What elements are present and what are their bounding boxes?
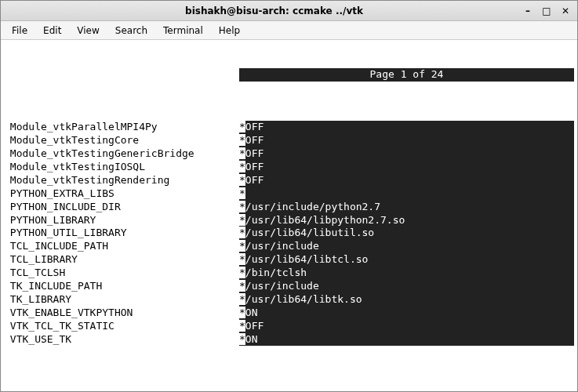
option-value-text: /usr/lib64/libtcl.so bbox=[245, 253, 369, 265]
advanced-marker-icon: * bbox=[239, 307, 245, 318]
option-value[interactable]: */usr/lib64/libpython2.7.so bbox=[239, 214, 574, 227]
advanced-marker-icon: * bbox=[239, 253, 245, 265]
option-value[interactable]: */usr/include/python2.7 bbox=[239, 201, 574, 214]
option-value[interactable]: *OFF bbox=[239, 320, 574, 333]
menu-file[interactable]: File bbox=[5, 24, 34, 38]
menu-terminal[interactable]: Terminal bbox=[157, 24, 209, 38]
application-window: bishakh@bisu-arch: ccmake ../vtk – □ ✕ F… bbox=[0, 0, 578, 392]
titlebar[interactable]: bishakh@bisu-arch: ccmake ../vtk – □ ✕ bbox=[1, 1, 577, 21]
advanced-marker-icon: * bbox=[239, 240, 245, 252]
option-value-text: ON bbox=[245, 333, 258, 345]
option-name: VTK_ENABLE_VTKPYTHON bbox=[4, 307, 239, 320]
option-name: VTK_TCL_TK_STATIC bbox=[4, 320, 239, 333]
page-indicator: Page 1 of 24 bbox=[239, 68, 574, 82]
option-value-text: /usr/lib64/libutil.so bbox=[245, 227, 374, 238]
option-value[interactable]: * bbox=[239, 187, 574, 201]
advanced-marker-icon: * bbox=[239, 161, 245, 172]
option-row[interactable]: VTK_TCL_TK_STATIC*OFF bbox=[4, 320, 574, 333]
option-row[interactable]: PYTHON_LIBRARY*/usr/lib64/libpython2.7.s… bbox=[4, 214, 574, 227]
advanced-marker-icon: * bbox=[239, 280, 245, 292]
option-row[interactable]: TK_LIBRARY*/usr/lib64/libtk.so bbox=[4, 293, 574, 307]
option-value[interactable]: *OFF bbox=[239, 147, 574, 161]
option-name: VTK_USE_TK bbox=[4, 333, 239, 347]
menu-edit[interactable]: Edit bbox=[37, 24, 67, 38]
menu-view[interactable]: View bbox=[71, 24, 105, 38]
advanced-marker-icon: * bbox=[239, 293, 245, 305]
option-row[interactable]: Module_vtkTestingRendering*OFF bbox=[4, 174, 574, 187]
option-name: TCL_TCLSH bbox=[4, 267, 239, 280]
option-value-text: OFF bbox=[245, 147, 264, 159]
option-name: Module_vtkTestingCore bbox=[4, 134, 239, 147]
advanced-marker-icon: * bbox=[239, 147, 245, 159]
maximize-icon[interactable]: □ bbox=[541, 5, 552, 16]
option-row[interactable]: PYTHON_EXTRA_LIBS* bbox=[4, 187, 574, 201]
option-row[interactable]: Module_vtkTestingIOSQL*OFF bbox=[4, 161, 574, 174]
advanced-marker-icon: * bbox=[239, 227, 245, 238]
blank-row bbox=[4, 386, 574, 391]
option-value-text: /usr/lib64/libpython2.7.so bbox=[245, 214, 405, 226]
minimize-icon[interactable]: – bbox=[522, 5, 533, 16]
option-value[interactable]: *OFF bbox=[239, 161, 574, 174]
option-value[interactable]: *OFF bbox=[239, 121, 574, 134]
option-name: TK_LIBRARY bbox=[4, 293, 239, 307]
option-value[interactable]: */usr/lib64/libtcl.so bbox=[239, 253, 574, 267]
option-row[interactable]: TCL_TCLSH*/bin/tclsh bbox=[4, 267, 574, 280]
option-value[interactable]: */usr/include bbox=[239, 240, 574, 253]
option-value[interactable]: *ON bbox=[239, 333, 574, 347]
option-value-text: ON bbox=[245, 307, 258, 318]
advanced-marker-icon: * bbox=[239, 267, 245, 278]
option-value-text: OFF bbox=[245, 174, 264, 186]
terminal-area[interactable]: Page 1 of 24 Module_vtkParallelMPI4Py*OF… bbox=[1, 40, 577, 391]
menubar: File Edit View Search Terminal Help bbox=[1, 21, 577, 40]
option-value-text: OFF bbox=[245, 134, 264, 146]
option-row[interactable]: VTK_USE_TK*ON bbox=[4, 333, 574, 347]
option-value-text: /usr/include bbox=[245, 280, 319, 292]
advanced-marker-icon: * bbox=[239, 333, 245, 345]
advanced-marker-icon: * bbox=[239, 187, 245, 199]
option-row[interactable]: TCL_INCLUDE_PATH*/usr/include bbox=[4, 240, 574, 253]
option-name: Module_vtkTestingGenericBridge bbox=[4, 147, 239, 161]
option-value[interactable]: */bin/tclsh bbox=[239, 267, 574, 280]
option-name: PYTHON_UTIL_LIBRARY bbox=[4, 227, 239, 240]
option-name: PYTHON_INCLUDE_DIR bbox=[4, 201, 239, 214]
advanced-marker-icon: * bbox=[239, 174, 245, 186]
option-value[interactable]: */usr/include bbox=[239, 280, 574, 293]
option-value-text: OFF bbox=[245, 121, 264, 132]
option-row[interactable]: Module_vtkTestingCore*OFF bbox=[4, 134, 574, 147]
option-name: PYTHON_LIBRARY bbox=[4, 214, 239, 227]
option-row[interactable]: TK_INCLUDE_PATH*/usr/include bbox=[4, 280, 574, 293]
option-name: TCL_INCLUDE_PATH bbox=[4, 240, 239, 253]
option-value-text: /usr/include/python2.7 bbox=[245, 201, 380, 212]
option-name: Module_vtkTestingRendering bbox=[4, 174, 239, 187]
menu-help[interactable]: Help bbox=[213, 24, 246, 38]
option-value[interactable]: */usr/lib64/libutil.so bbox=[239, 227, 574, 240]
option-value-text: /usr/include bbox=[245, 240, 319, 252]
advanced-marker-icon: * bbox=[239, 134, 245, 146]
option-value-text: OFF bbox=[245, 320, 264, 332]
window-controls: – □ ✕ bbox=[516, 5, 577, 16]
close-icon[interactable]: ✕ bbox=[560, 5, 571, 16]
option-value-text: /usr/lib64/libtk.so bbox=[245, 293, 362, 305]
option-name: PYTHON_EXTRA_LIBS bbox=[4, 187, 239, 201]
option-name: Module_vtkParallelMPI4Py bbox=[4, 121, 239, 134]
menu-search[interactable]: Search bbox=[109, 24, 154, 38]
option-value[interactable]: *ON bbox=[239, 307, 574, 320]
option-name: Module_vtkTestingIOSQL bbox=[4, 161, 239, 174]
advanced-marker-icon: * bbox=[239, 320, 245, 332]
option-value[interactable]: */usr/lib64/libtk.so bbox=[239, 293, 574, 307]
advanced-marker-icon: * bbox=[239, 214, 245, 226]
option-name: TK_INCLUDE_PATH bbox=[4, 280, 239, 293]
option-value-text: OFF bbox=[245, 161, 264, 172]
option-row[interactable]: TCL_LIBRARY*/usr/lib64/libtcl.so bbox=[4, 253, 574, 267]
option-value-text: /bin/tclsh bbox=[245, 267, 307, 278]
option-row[interactable]: Module_vtkParallelMPI4Py*OFF bbox=[4, 121, 574, 134]
option-value[interactable]: *OFF bbox=[239, 134, 574, 147]
option-row[interactable]: PYTHON_UTIL_LIBRARY*/usr/lib64/libutil.s… bbox=[4, 227, 574, 240]
option-value[interactable]: *OFF bbox=[239, 174, 574, 187]
advanced-marker-icon: * bbox=[239, 201, 245, 212]
window-title: bishakh@bisu-arch: ccmake ../vtk bbox=[32, 5, 516, 16]
option-row[interactable]: VTK_ENABLE_VTKPYTHON*ON bbox=[4, 307, 574, 320]
option-row[interactable]: Module_vtkTestingGenericBridge*OFF bbox=[4, 147, 574, 161]
advanced-marker-icon: * bbox=[239, 121, 245, 132]
option-row[interactable]: PYTHON_INCLUDE_DIR*/usr/include/python2.… bbox=[4, 201, 574, 214]
